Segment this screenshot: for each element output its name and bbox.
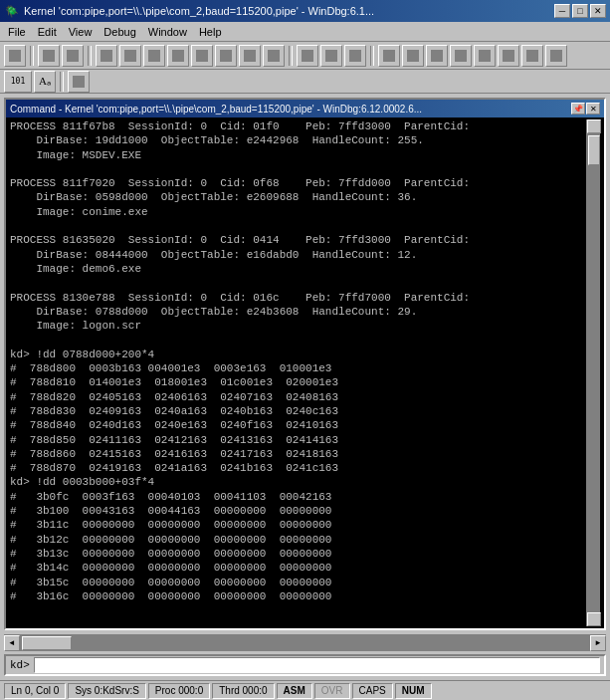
tb-btn-20[interactable] (498, 45, 519, 67)
svg-rect-5 (148, 50, 160, 62)
status-caps: CAPS (352, 683, 393, 699)
scroll-down-button[interactable]: ▼ (587, 612, 601, 626)
menu-debug[interactable]: Debug (98, 24, 141, 40)
svg-rect-11 (302, 50, 313, 62)
cmd-text: PROCESS 811f67b8 SessionId: 0 Cid: 01f0 … (10, 119, 586, 626)
tb-btn-17[interactable] (426, 45, 448, 67)
svg-rect-18 (479, 50, 491, 62)
h-scroll-track[interactable] (20, 635, 590, 651)
scroll-thumb[interactable] (588, 135, 600, 165)
window-title: Kernel 'com:pipe,port=\\.\pipe\com_2,bau… (24, 5, 554, 17)
tb-btn-7[interactable] (167, 45, 189, 67)
tb-btn-18[interactable] (450, 45, 472, 67)
tb-btn-6[interactable] (143, 45, 165, 67)
tb-btn-2[interactable] (38, 45, 60, 67)
svg-rect-10 (268, 50, 280, 62)
svg-rect-0 (9, 50, 21, 62)
status-asm: ASM (277, 683, 312, 699)
menu-file[interactable]: File (2, 24, 32, 40)
status-bar: Ln 0, Col 0 Sys 0:KdSrv:S Proc 000:0 Thr… (0, 680, 610, 700)
command-input[interactable] (34, 657, 600, 673)
tb-btn-13[interactable] (320, 45, 342, 67)
tb-btn-8[interactable] (191, 45, 213, 67)
menu-bar: File Edit View Debug Window Help (0, 22, 610, 42)
svg-rect-9 (244, 50, 256, 62)
input-area: kd> (4, 654, 606, 676)
cmd-title-bar: Command - Kernel 'com:pipe,port=\\.\pipe… (6, 100, 604, 117)
svg-rect-1 (43, 50, 55, 62)
tb-btn-16[interactable] (402, 45, 424, 67)
svg-rect-16 (431, 50, 443, 62)
svg-rect-15 (407, 50, 419, 62)
toolbar-separator-3 (289, 46, 293, 66)
h-scroll-thumb[interactable] (22, 636, 72, 650)
input-prompt: kd> (10, 659, 30, 671)
svg-rect-12 (325, 50, 337, 62)
tb2-aa-btn[interactable]: Aₐ (34, 71, 56, 93)
svg-rect-3 (101, 50, 112, 62)
tb2-101-btn[interactable]: 101 (4, 71, 32, 93)
svg-rect-6 (172, 50, 184, 62)
maximize-button[interactable]: □ (572, 4, 588, 18)
cmd-close-button[interactable]: ✕ (586, 103, 600, 115)
menu-edit[interactable]: Edit (32, 24, 63, 40)
status-proc: Proc 000:0 (148, 683, 210, 699)
tb-btn-4[interactable] (96, 45, 117, 67)
tb-btn-10[interactable] (239, 45, 261, 67)
tb-btn-19[interactable] (474, 45, 496, 67)
scroll-left-button[interactable]: ◄ (4, 635, 20, 651)
cmd-vertical-scrollbar[interactable]: ▲ ▼ (586, 119, 600, 626)
title-bar: 🪲 Kernel 'com:pipe,port=\\.\pipe\com_2,b… (0, 0, 610, 22)
toolbar2-separator (60, 72, 64, 92)
svg-rect-22 (73, 76, 85, 88)
toolbar-separator-4 (370, 46, 374, 66)
title-bar-buttons: ─ □ ✕ (554, 4, 606, 18)
close-button[interactable]: ✕ (590, 4, 606, 18)
menu-help[interactable]: Help (193, 24, 228, 40)
menu-view[interactable]: View (63, 24, 99, 40)
status-thrd: Thrd 000:0 (212, 683, 274, 699)
svg-rect-4 (124, 50, 136, 62)
tb2-aa-label: Aₐ (39, 75, 51, 88)
tb-btn-15[interactable] (378, 45, 400, 67)
cmd-window-title: Command - Kernel 'com:pipe,port=\\.\pipe… (10, 104, 571, 115)
menu-window[interactable]: Window (142, 24, 193, 40)
tb-btn-9[interactable] (215, 45, 237, 67)
tb-btn-11[interactable] (263, 45, 285, 67)
tb2-101-label: 101 (11, 77, 25, 86)
horizontal-scrollbar[interactable]: ◄ ► (4, 634, 606, 650)
svg-rect-20 (526, 50, 538, 62)
command-window: Command - Kernel 'com:pipe,port=\\.\pipe… (4, 98, 606, 630)
svg-rect-8 (220, 50, 232, 62)
status-num: NUM (395, 683, 432, 699)
status-ln-col: Ln 0, Col 0 (4, 683, 66, 699)
svg-rect-17 (455, 50, 467, 62)
toolbar-1 (0, 42, 610, 70)
scroll-right-button[interactable]: ► (590, 635, 606, 651)
status-sys: Sys 0:KdSrv:S (68, 683, 145, 699)
tb-btn-1[interactable] (4, 45, 26, 67)
svg-rect-7 (196, 50, 208, 62)
minimize-button[interactable]: ─ (554, 4, 570, 18)
svg-rect-14 (383, 50, 395, 62)
scroll-track[interactable] (587, 133, 600, 612)
toolbar-separator-2 (88, 46, 92, 66)
app-icon: 🪲 (4, 3, 20, 19)
tb-btn-5[interactable] (119, 45, 141, 67)
cmd-content-area[interactable]: PROCESS 811f67b8 SessionId: 0 Cid: 01f0 … (6, 117, 604, 628)
svg-rect-13 (349, 50, 361, 62)
svg-rect-2 (67, 50, 79, 62)
tb2-extra-btn[interactable] (68, 71, 90, 93)
cmd-title-buttons: 📌 ✕ (571, 103, 600, 115)
scroll-up-button[interactable]: ▲ (587, 119, 601, 133)
svg-rect-19 (503, 50, 514, 62)
tb-btn-14[interactable] (344, 45, 366, 67)
toolbar-separator-1 (30, 46, 34, 66)
tb-btn-3[interactable] (62, 45, 84, 67)
cmd-pin-button[interactable]: 📌 (571, 103, 585, 115)
toolbar-2: 101 Aₐ (0, 70, 610, 94)
tb-btn-22[interactable] (545, 45, 567, 67)
main-area: Command - Kernel 'com:pipe,port=\\.\pipe… (0, 94, 610, 680)
tb-btn-12[interactable] (297, 45, 318, 67)
tb-btn-21[interactable] (521, 45, 543, 67)
